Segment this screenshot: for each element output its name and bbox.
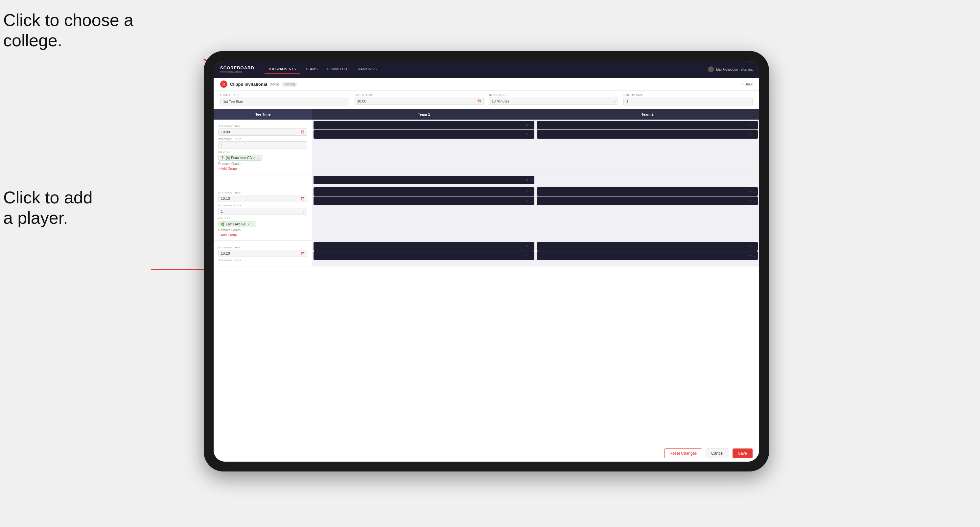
remove-course-2[interactable]: ✕: [247, 223, 250, 226]
nav-committee[interactable]: COMMITTEE: [323, 65, 353, 74]
starting-time-input-2[interactable]: 10:10 ⏰: [218, 195, 307, 202]
table-row: STARTING TIME: 10:20 ⏰ STARTING HOLE: ✕ …: [214, 241, 759, 267]
annotation-choose-college: Click to choose a college.: [3, 10, 134, 51]
slot-chevron-icon: ⌄: [753, 133, 756, 136]
time-icon-1: ⏰: [301, 130, 305, 134]
table-row: ✕ ⌄: [214, 175, 759, 186]
slot-x-icon[interactable]: ✕: [526, 178, 528, 182]
starting-time-input-3[interactable]: 10:20 ⏰: [218, 250, 307, 257]
reset-changes-button[interactable]: Reset Changes: [664, 448, 703, 458]
team2-cell-3: ✕ ⌄ ✕ ⌄: [536, 241, 759, 266]
back-label: Back: [745, 82, 752, 86]
player-slot[interactable]: ✕ ⌄: [537, 197, 758, 205]
intervals-value: 10 Minutes: [492, 99, 509, 103]
slot-chevron-icon: ⌄: [753, 124, 756, 127]
slot-x-icon[interactable]: ✕: [749, 199, 752, 202]
start-time-input[interactable]: 10:00 ⏰: [355, 98, 484, 105]
start-type-label: Start Type: [220, 93, 349, 97]
starting-time-label-1: STARTING TIME:: [218, 125, 307, 128]
starting-time-label-2: STARTING TIME:: [218, 191, 307, 194]
course-label-1: COURSE:: [218, 151, 307, 154]
remove-group-1[interactable]: Remove Group: [218, 162, 307, 166]
intervals-input[interactable]: 10 Minutes ℹ: [489, 98, 618, 105]
course-icon-2: 🌿: [221, 222, 224, 226]
remove-group-2[interactable]: Remove Group: [218, 229, 307, 232]
player-slot[interactable]: ✕ ⌄: [537, 242, 758, 251]
slot-x-icon[interactable]: ✕: [749, 245, 752, 248]
player-slot[interactable]: ✕ ⌄: [313, 197, 535, 205]
player-slot[interactable]: ✕ ⌄: [537, 130, 758, 139]
nav-teams[interactable]: TEAMS: [301, 65, 322, 74]
course-icon-1: 📍: [221, 156, 224, 160]
course-tag-2[interactable]: 🌿 East Lake GC ✕ ⌄: [218, 221, 256, 227]
player-slot[interactable]: ✕ ⌄: [313, 176, 535, 184]
slot-x-icon[interactable]: ✕: [526, 190, 528, 193]
slot-x-icon[interactable]: ✕: [526, 245, 528, 248]
th-team2: Team 2: [536, 109, 759, 120]
slot-x-icon[interactable]: ✕: [749, 254, 752, 257]
slot-x-icon[interactable]: ✕: [526, 124, 528, 127]
remove-course-1[interactable]: ✕: [253, 156, 256, 160]
nav: TOURNAMENTS TEAMS COMMITTEE RANKINGS: [264, 65, 708, 74]
tournament-gender: (Men): [270, 82, 279, 86]
bottom-bar: Reset Changes Cancel Save: [214, 445, 759, 462]
th-team1: Team 1: [312, 109, 536, 120]
course-chevron-1[interactable]: ⌄: [257, 156, 259, 160]
hole-chevron-2: ⌄: [302, 210, 305, 213]
player-slot[interactable]: ✕ ⌄: [313, 130, 535, 139]
team2-cell-2: ✕ ⌄ ✕ ⌄: [536, 186, 759, 241]
tablet-device: SCOREBOARD Powered by clippd TOURNAMENTS…: [204, 51, 769, 471]
th-tee-time: Tee Time: [214, 109, 312, 120]
player-slot[interactable]: ✕ ⌄: [313, 251, 535, 260]
slot-x-icon[interactable]: ✕: [526, 254, 528, 257]
player-slot[interactable]: ✕ ⌄: [537, 251, 758, 260]
team1-cell-3: ✕ ⌄ ✕ ⌄: [312, 241, 536, 266]
slot-chevron-icon: ⌄: [530, 124, 532, 127]
team1-cell-1b: ✕ ⌄: [312, 175, 536, 186]
player-slot[interactable]: ✕ ⌄: [313, 187, 535, 196]
add-group-1[interactable]: + Add Group: [218, 167, 307, 170]
slot-x-icon[interactable]: ✕: [526, 199, 528, 202]
back-chevron: ‹: [742, 82, 744, 86]
slot-chevron-icon: ⌄: [530, 254, 532, 257]
starting-time-label-3: STARTING TIME:: [218, 246, 307, 249]
group-size-label: Group Size: [624, 93, 752, 97]
player-slot[interactable]: ✕ ⌄: [313, 121, 535, 129]
time-icon-3: ⏰: [301, 252, 305, 255]
start-time-value: 10:00: [357, 99, 366, 103]
player-slot[interactable]: ✕ ⌄: [313, 242, 535, 251]
starting-hole-input-1[interactable]: 1 ⌄: [218, 141, 307, 149]
course-name-2: East Lake GC: [226, 222, 246, 226]
save-button[interactable]: Save: [733, 448, 752, 458]
starting-hole-input-2[interactable]: 1 ⌄: [218, 208, 307, 215]
slot-x-icon[interactable]: ✕: [749, 124, 752, 127]
hole-chevron-1: ⌄: [302, 143, 305, 147]
player-slot[interactable]: ✕ ⌄: [537, 187, 758, 196]
back-button[interactable]: ‹ Back: [742, 82, 752, 86]
user-info: blair@clippd.io Sign out: [708, 67, 752, 72]
course-chevron-2[interactable]: ⌄: [251, 223, 254, 226]
nav-rankings[interactable]: RANKINGS: [354, 65, 380, 74]
slot-chevron-icon: ⌄: [753, 199, 756, 202]
nav-tournaments[interactable]: TOURNAMENTS: [264, 65, 300, 74]
slot-x-icon[interactable]: ✕: [749, 190, 752, 193]
hosting-badge: Hosting: [282, 82, 297, 87]
table-header: Tee Time Team 1 Team 2: [214, 109, 759, 120]
group-size-select[interactable]: 3: [624, 98, 752, 105]
slot-x-icon[interactable]: ✕: [749, 133, 752, 136]
slot-chevron-icon: ⌄: [753, 245, 756, 248]
intervals-label: Intervals: [489, 93, 618, 97]
slot-x-icon[interactable]: ✕: [526, 133, 528, 136]
tournament-name: Clippd Invitational: [230, 82, 267, 87]
course-tag-1[interactable]: 📍 (A) Peachtree GC ✕ ⌄: [218, 155, 262, 161]
starting-time-input-1[interactable]: 10:00 ⏰: [218, 129, 307, 136]
table-row: STARTING TIME: 10:00 ⏰ STARTING HOLE: 1 …: [214, 120, 759, 175]
team2-cell-1b: [536, 175, 759, 186]
sign-out-link[interactable]: Sign out: [740, 68, 752, 71]
start-type-select[interactable]: 1st Tee Start: [220, 98, 349, 105]
player-slot[interactable]: ✕ ⌄: [537, 121, 758, 129]
start-time-group: Start Time 10:00 ⏰: [355, 93, 484, 105]
navbar: SCOREBOARD Powered by clippd TOURNAMENTS…: [214, 61, 759, 78]
cancel-button[interactable]: Cancel: [706, 448, 729, 458]
add-group-2[interactable]: + Add Group: [218, 233, 307, 237]
